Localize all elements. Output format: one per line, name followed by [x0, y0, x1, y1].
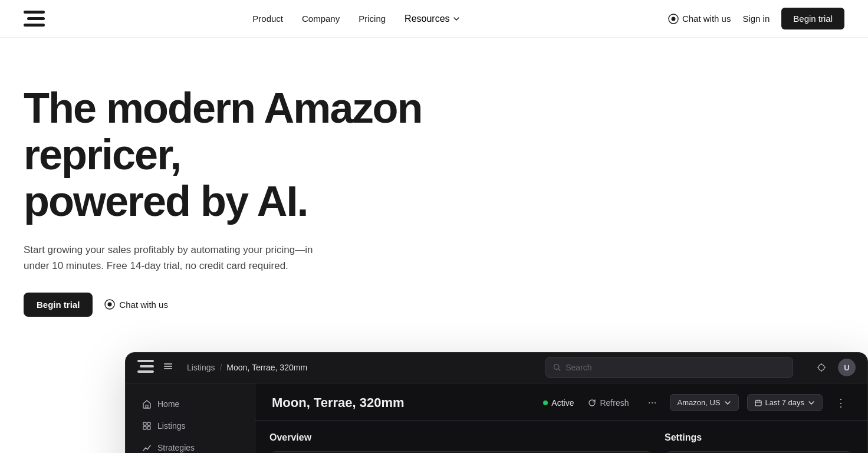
app-logo-icon[interactable] — [137, 360, 154, 375]
svg-rect-7 — [137, 360, 154, 362]
breadcrumb-current: Moon, Terrae, 320mm — [226, 363, 307, 372]
overview-section: Overview Listing — [269, 432, 653, 453]
chat-with-us-link[interactable]: Chat with us — [668, 14, 731, 24]
svg-point-6 — [108, 303, 112, 307]
app-topbar: Listings / Moon, Terrae, 320mm U — [126, 353, 867, 383]
nav-company[interactable]: Company — [302, 14, 340, 24]
app-body: Home Listings Strategies — [126, 383, 867, 453]
svg-rect-19 — [147, 426, 150, 429]
svg-point-4 — [671, 17, 675, 21]
svg-rect-12 — [164, 368, 172, 369]
svg-rect-0 — [24, 11, 45, 14]
breadcrumb-listings[interactable]: Listings — [187, 363, 215, 372]
svg-rect-18 — [143, 426, 146, 429]
svg-rect-22 — [755, 401, 761, 406]
search-input[interactable] — [565, 363, 785, 372]
sidebar-item-home-label: Home — [157, 399, 179, 409]
topbar-right: U — [812, 358, 856, 377]
status-badge: Active — [543, 398, 574, 408]
page-title: Moon, Terrae, 320mm — [272, 395, 535, 411]
app-screenshot: Listings / Moon, Terrae, 320mm U — [125, 352, 868, 453]
svg-point-14 — [818, 365, 824, 370]
logo[interactable] — [24, 11, 45, 27]
more-options-button[interactable]: ··· — [643, 394, 662, 411]
svg-rect-8 — [140, 365, 154, 367]
nav-links: Product Company Pricing Resources — [252, 14, 460, 24]
nav-product[interactable]: Product — [252, 14, 283, 24]
refresh-button[interactable]: Refresh — [582, 395, 634, 411]
begin-trial-button[interactable]: Begin trial — [781, 8, 844, 29]
settings-section: Settings Repricing on Hyperdrive off — [665, 432, 853, 453]
sidebar-item-home[interactable]: Home — [130, 393, 250, 415]
theme-toggle-icon[interactable] — [812, 358, 831, 377]
sidebar: Home Listings Strategies — [126, 383, 255, 453]
hero-headline: The modern Amazon repricer, powered by A… — [24, 85, 554, 225]
svg-rect-15 — [146, 405, 148, 408]
sidebar-item-strategies[interactable]: Strategies — [130, 437, 250, 453]
sidebar-item-strategies-label: Strategies — [157, 443, 195, 452]
breadcrumb-separator: / — [219, 363, 222, 372]
main-content: Moon, Terrae, 320mm Active Refresh ··· A… — [255, 383, 867, 453]
status-dot — [543, 401, 548, 405]
nav-right: Chat with us Sign in Begin trial — [668, 8, 844, 29]
hero-subtext: Start growing your sales profitably by a… — [24, 242, 330, 274]
nav-pricing[interactable]: Pricing — [359, 14, 386, 24]
svg-rect-17 — [147, 422, 150, 425]
svg-rect-9 — [137, 370, 154, 373]
status-label: Active — [551, 398, 574, 408]
svg-rect-11 — [164, 366, 172, 367]
content-body: Overview Listing Settings Repricing on — [255, 421, 867, 453]
svg-rect-10 — [164, 363, 172, 365]
settings-title: Settings — [665, 432, 853, 443]
main-header: Moon, Terrae, 320mm Active Refresh ··· A… — [255, 383, 867, 421]
date-range-dropdown[interactable]: Last 7 days — [747, 394, 823, 411]
marketplace-dropdown[interactable]: Amazon, US — [670, 394, 739, 411]
breadcrumb: Listings / Moon, Terrae, 320mm — [187, 363, 307, 372]
svg-rect-2 — [24, 24, 45, 27]
hero-section: The modern Amazon repricer, powered by A… — [0, 38, 868, 352]
svg-rect-1 — [27, 17, 45, 20]
hamburger-icon[interactable] — [163, 362, 173, 373]
sidebar-item-listings-label: Listings — [157, 421, 185, 431]
search-bar[interactable] — [545, 357, 793, 378]
hero-begin-trial-button[interactable]: Begin trial — [24, 293, 93, 317]
overview-title: Overview — [269, 432, 653, 443]
nav-resources[interactable]: Resources — [405, 14, 460, 24]
header-more-button[interactable]: ⋮ — [831, 394, 851, 412]
sidebar-item-listings[interactable]: Listings — [130, 415, 250, 436]
svg-rect-16 — [143, 422, 146, 425]
hero-chat-link[interactable]: Chat with us — [104, 299, 168, 310]
avatar[interactable]: U — [838, 359, 856, 376]
hero-actions: Begin trial Chat with us — [24, 293, 625, 317]
main-nav: Product Company Pricing Resources Chat w… — [0, 0, 868, 38]
sign-in-link[interactable]: Sign in — [742, 14, 770, 24]
